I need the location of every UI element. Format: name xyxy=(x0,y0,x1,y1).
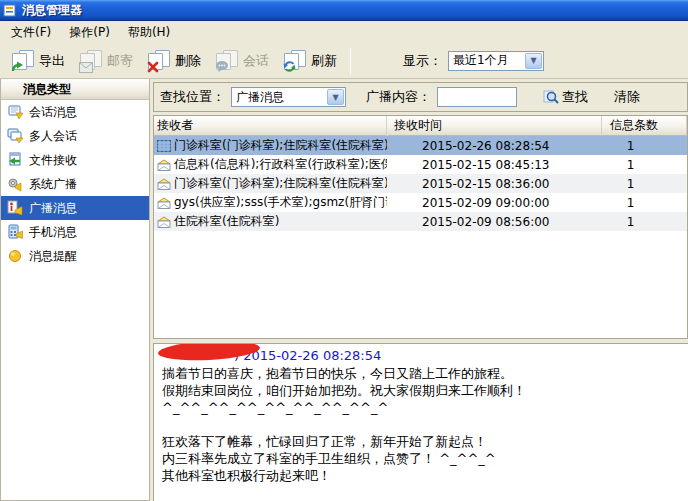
menu-bar: 文件(F) 操作(P) 帮助(H) xyxy=(0,21,688,43)
conversation-button[interactable]: 会话 xyxy=(208,46,276,76)
display-range-group: 显示： 最近1个月 ▼ xyxy=(403,51,544,71)
app-icon xyxy=(3,3,18,18)
message-type-sidebar: 消息类型 会话消息 多人会话 xyxy=(0,79,150,501)
delete-icon xyxy=(147,50,171,72)
display-range-label: 显示： xyxy=(403,52,442,70)
broadcast-content-input[interactable] xyxy=(437,87,517,107)
menu-operation[interactable]: 操作(P) xyxy=(60,21,119,44)
table-row[interactable]: 住院科室(住院科室) 2015-02-09 08:56:00 1 xyxy=(154,212,687,231)
sidebar-item-group-session[interactable]: 多人会话 xyxy=(1,124,149,148)
selected-envelope-icon xyxy=(157,140,171,152)
table-row[interactable]: gys(供应室);sss(手术室);gsmz(肝肾门诊) 2015-02-09 … xyxy=(154,193,687,212)
message-detail-panel: ) 2015-02-26 08:28:54 揣着节日的喜庆，抱着节日的快乐，今日… xyxy=(153,343,688,501)
main-panel: 查找位置： 广播消息 ▼ 广播内容： 查找 清除 xyxy=(150,79,688,501)
export-button[interactable]: 导出 xyxy=(4,46,72,76)
sidebar-item-session-message[interactable]: 会话消息 xyxy=(1,100,149,124)
sidebar-item-broadcast-message[interactable]: 广播消息 xyxy=(1,196,149,220)
sidebar-header: 消息类型 xyxy=(1,79,149,100)
group-chat-icon xyxy=(7,128,23,144)
title-bar: 消息管理器 xyxy=(0,0,688,21)
menu-help[interactable]: 帮助(H) xyxy=(119,21,179,44)
table-row[interactable]: 门诊科室(门诊科室);住院科室(住院科室);... 2015-02-26 08:… xyxy=(154,136,687,155)
menu-file[interactable]: 文件(F) xyxy=(2,21,60,44)
refresh-button[interactable]: 刷新 xyxy=(276,46,344,76)
column-header-receive-time[interactable]: 接收时间 xyxy=(387,116,602,136)
open-envelope-icon xyxy=(157,197,171,209)
search-icon xyxy=(543,90,559,105)
find-location-label: 查找位置： xyxy=(160,88,225,106)
sidebar-item-phone-message[interactable]: 手机消息 xyxy=(1,220,149,244)
message-reminder-icon xyxy=(7,248,23,264)
chat-message-icon xyxy=(7,104,23,120)
find-button[interactable]: 查找 xyxy=(537,85,594,109)
message-body: 揣着节日的喜庆，抱着节日的快乐，今日又踏上工作的旅程。 假期结束回岗位，咱们开始… xyxy=(162,365,680,484)
window-title: 消息管理器 xyxy=(22,2,82,19)
sidebar-item-system-broadcast[interactable]: 系统广播 xyxy=(1,172,149,196)
column-header-message-count[interactable]: 信息条数 xyxy=(602,116,687,136)
message-manager-window: 消息管理器 文件(F) 操作(P) 帮助(H) 导出 xyxy=(0,0,688,501)
display-range-select[interactable]: 最近1个月 ▼ xyxy=(448,51,544,71)
file-receive-icon xyxy=(7,152,23,168)
open-envelope-icon xyxy=(157,178,171,190)
delete-button[interactable]: 删除 xyxy=(140,46,208,76)
chevron-down-icon: ▼ xyxy=(525,53,542,69)
broadcast-content-label: 广播内容： xyxy=(366,88,431,106)
sidebar-item-file-receive[interactable]: 文件接收 xyxy=(1,148,149,172)
chevron-down-icon: ▼ xyxy=(327,89,344,105)
broadcast-message-icon xyxy=(7,200,23,216)
content-area: 消息类型 会话消息 多人会话 xyxy=(0,79,688,501)
list-header: 接收者 接收时间 信息条数 xyxy=(154,116,687,136)
sidebar-item-message-reminder[interactable]: 消息提醒 xyxy=(1,244,149,268)
conversation-icon xyxy=(215,50,239,72)
mail-button[interactable]: 邮寄 xyxy=(72,46,140,76)
mail-icon xyxy=(79,50,103,72)
system-broadcast-icon xyxy=(7,176,23,192)
export-icon xyxy=(11,50,35,72)
table-row[interactable]: 门诊科室(门诊科室);住院科室(住院科室);... 2015-02-15 08:… xyxy=(154,174,687,193)
find-location-select[interactable]: 广播消息 ▼ xyxy=(231,87,346,107)
phone-message-icon xyxy=(7,224,23,240)
clear-button[interactable]: 清除 xyxy=(608,85,646,109)
message-header: ) 2015-02-26 08:28:54 xyxy=(162,347,680,365)
toolbar: 导出 邮寄 删除 xyxy=(0,43,688,79)
toolbar-separator xyxy=(350,48,351,74)
column-header-receiver[interactable]: 接收者 xyxy=(154,116,387,136)
table-row[interactable]: 信息科(信息科);行政科室(行政科室);医保... 2015-02-15 08:… xyxy=(154,155,687,174)
open-envelope-icon xyxy=(157,159,171,171)
refresh-icon xyxy=(283,50,307,72)
search-bar: 查找位置： 广播消息 ▼ 广播内容： 查找 清除 xyxy=(153,82,688,112)
broadcast-list: 接收者 接收时间 信息条数 门诊科室(门诊科室);住院科室(住院科室);... … xyxy=(153,115,688,339)
open-envelope-icon xyxy=(157,216,171,228)
